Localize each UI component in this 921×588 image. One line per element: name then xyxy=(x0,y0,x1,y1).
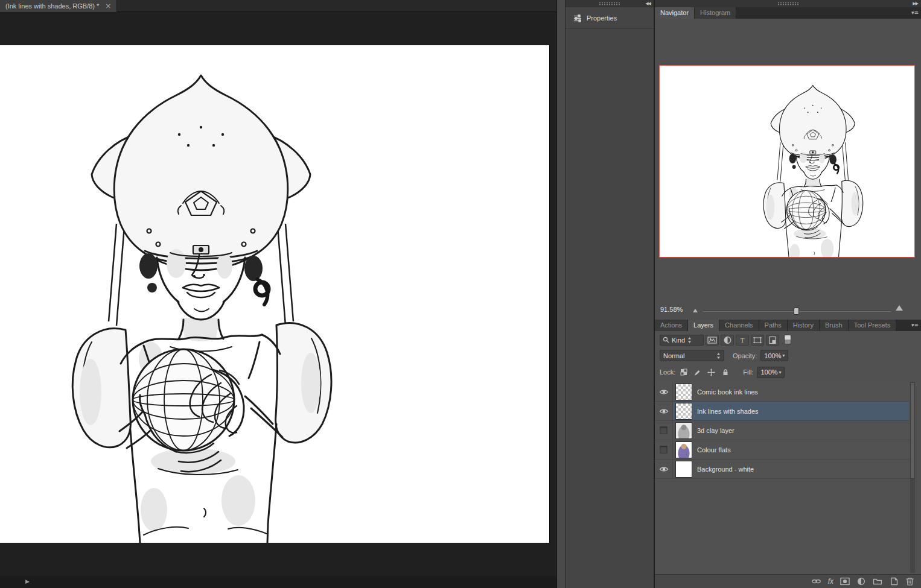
eye-icon xyxy=(659,466,669,473)
layer-row[interactable]: Background - white xyxy=(655,460,909,479)
dock-drag-strip[interactable]: ◀◀ xyxy=(566,0,654,7)
new-layer-icon xyxy=(889,577,899,586)
layer-visibility-toggle[interactable] xyxy=(655,402,673,420)
folder-icon xyxy=(873,577,882,586)
tab-histogram[interactable]: Histogram xyxy=(695,7,736,19)
layer-effects-button[interactable]: fx xyxy=(828,576,833,587)
zoom-slider-thumb[interactable] xyxy=(794,308,799,315)
lock-all-button[interactable] xyxy=(719,367,731,377)
lock-position-button[interactable] xyxy=(706,367,717,377)
blend-mode-value: Normal xyxy=(663,352,684,359)
layer-name: Colour flats xyxy=(697,446,731,454)
document-tab-bar: (Ink lines with shades, RGB/8) * × xyxy=(0,0,556,12)
layer-row-content[interactable]: Background - white xyxy=(673,460,909,478)
close-icon[interactable]: × xyxy=(105,2,111,10)
layer-visibility-toggle[interactable] xyxy=(655,460,673,478)
layer-name: Background - white xyxy=(697,466,754,473)
lock-image-pixels-button[interactable] xyxy=(692,367,703,377)
tab-layers[interactable]: Layers xyxy=(688,320,719,331)
layer-row[interactable]: Comic book ink lines xyxy=(655,382,909,402)
panel-menu-icon[interactable]: ▾≡ xyxy=(911,322,919,328)
tab-tool-presets[interactable]: Tool Presets xyxy=(849,320,897,331)
layer-row-content[interactable]: 3d clay layer xyxy=(673,421,909,440)
link-layers-button[interactable] xyxy=(811,576,821,587)
opacity-dropdown[interactable]: 100% ▾ xyxy=(760,350,788,361)
properties-panel-header[interactable]: Properties xyxy=(566,7,654,29)
panel-menu-icon[interactable]: ▾≡ xyxy=(911,10,919,16)
add-layer-mask-button[interactable] xyxy=(840,576,850,587)
layer-visibility-toggle[interactable] xyxy=(655,440,673,459)
document-tab-title: (Ink lines with shades, RGB/8) * xyxy=(5,2,99,10)
layer-visibility-toggle[interactable] xyxy=(655,421,673,440)
brush-icon xyxy=(693,368,701,376)
layer-filter-toggle[interactable] xyxy=(784,335,791,344)
layer-row[interactable]: Colour flats xyxy=(655,440,909,460)
filter-shape-layers-button[interactable] xyxy=(751,335,764,346)
smart-object-icon xyxy=(768,336,777,344)
tab-actions[interactable]: Actions xyxy=(655,320,688,331)
zoom-slider-track[interactable] xyxy=(703,311,891,312)
zoom-out-icon[interactable] xyxy=(692,307,698,313)
navigator-zoom-field[interactable]: 91.58% xyxy=(657,304,686,315)
layers-scrollbar-thumb[interactable] xyxy=(910,382,915,479)
chevron-down-icon: ▾ xyxy=(779,370,781,375)
new-layer-button[interactable] xyxy=(889,576,899,587)
tab-navigator[interactable]: Navigator xyxy=(655,7,695,19)
filter-kind-label: Kind xyxy=(672,337,685,344)
layer-thumbnail[interactable] xyxy=(676,442,692,458)
tab-paths[interactable]: Paths xyxy=(759,320,788,331)
zoom-in-icon[interactable] xyxy=(895,303,903,312)
layer-row[interactable]: 3d clay layer xyxy=(655,421,909,440)
layers-scrollbar-track[interactable] xyxy=(910,382,915,573)
tab-channels[interactable]: Channels xyxy=(719,320,759,331)
filter-kind-dropdown[interactable]: Kind xyxy=(660,335,704,346)
dock-drag-strip[interactable]: ▶▶ xyxy=(655,0,921,7)
layer-thumbnail[interactable] xyxy=(676,384,692,400)
new-adjustment-layer-button[interactable] xyxy=(856,576,866,587)
chevron-down-icon: ▾ xyxy=(782,353,785,358)
adjustment-circle-icon xyxy=(723,336,732,344)
lock-label: Lock: xyxy=(660,368,675,376)
layer-visibility-toggle[interactable] xyxy=(655,382,673,401)
delete-layer-button[interactable] xyxy=(905,576,914,587)
spinner-arrows-icon xyxy=(687,337,692,344)
layer-row-content[interactable]: Ink lines with shades xyxy=(673,402,909,420)
layer-name: Ink lines with shades xyxy=(697,408,759,415)
collapse-panels-icon[interactable]: ▶▶ xyxy=(913,1,918,6)
layers-filter-row: Kind T xyxy=(660,334,917,346)
filter-pixel-layers-button[interactable] xyxy=(706,335,719,346)
app: { "icons": { "close": "×", "menu": "▾≡",… xyxy=(0,0,921,588)
document-canvas[interactable] xyxy=(0,45,550,543)
navigator-panel: 91.58% xyxy=(655,19,921,320)
lock-transparent-pixels-button[interactable] xyxy=(678,367,689,377)
layer-row[interactable]: Ink lines with shades xyxy=(655,402,909,421)
dock-divider[interactable] xyxy=(556,0,566,588)
layer-row-content[interactable]: Comic book ink lines xyxy=(673,382,909,401)
filter-smart-objects-button[interactable] xyxy=(766,335,779,346)
visibility-empty-box xyxy=(660,426,668,434)
artwork-image xyxy=(0,45,550,543)
filter-adjustment-layers-button[interactable] xyxy=(721,335,734,346)
layers-list: Comic book ink lines Ink lines with shad… xyxy=(655,382,909,479)
blend-mode-select[interactable]: Normal xyxy=(660,350,724,361)
properties-dock: ◀◀ Properties xyxy=(566,0,654,588)
tab-brush[interactable]: Brush xyxy=(820,320,849,331)
layer-thumbnail[interactable] xyxy=(676,423,692,438)
layers-bottom-bar: fx xyxy=(655,574,921,588)
document-tab[interactable]: (Ink lines with shades, RGB/8) * × xyxy=(0,0,117,12)
collapse-panels-icon[interactable]: ◀◀ xyxy=(645,1,651,6)
navigator-preview[interactable] xyxy=(659,65,915,258)
layer-mask-icon xyxy=(840,577,850,586)
layer-row-content[interactable]: Colour flats xyxy=(673,440,909,459)
layer-thumbnail[interactable] xyxy=(676,403,692,419)
tab-history[interactable]: History xyxy=(788,320,820,331)
layer-thumbnail[interactable] xyxy=(676,461,692,477)
scroll-arrow-icon[interactable]: ▶ xyxy=(25,578,30,584)
opacity-value: 100% xyxy=(764,352,781,359)
opacity-label: Opacity: xyxy=(733,352,757,359)
filter-type-layers-button[interactable]: T xyxy=(736,335,749,346)
drag-grip-dots xyxy=(777,2,799,5)
fill-dropdown[interactable]: 100% ▾ xyxy=(757,367,785,378)
new-group-button[interactable] xyxy=(873,576,882,587)
image-icon xyxy=(707,336,717,344)
